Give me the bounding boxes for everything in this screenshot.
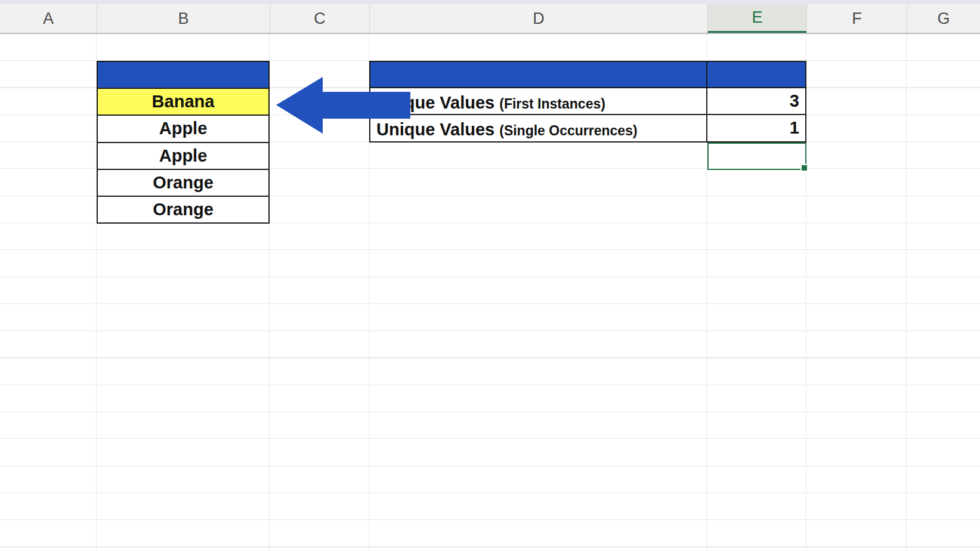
column-header-b[interactable]: B [97, 4, 270, 33]
summary-label-note: (Single Occurrences) [499, 123, 637, 139]
cell-text: Apple [159, 146, 208, 166]
summary-header-cell-e[interactable] [707, 62, 805, 88]
fruit-list-header-cell[interactable] [98, 62, 268, 89]
fill-handle[interactable] [800, 164, 808, 172]
cell-unique-values-single-occurrences[interactable]: Unique Values (Single Occurrences) [370, 115, 707, 141]
left-arrow-shape[interactable] [272, 75, 413, 137]
cell-text: Banana [152, 92, 215, 112]
cell-unique-values-first-instances[interactable]: Unique Values (First Instances) [370, 88, 707, 114]
left-arrow-icon [272, 75, 413, 137]
cell-text: Orange [153, 200, 214, 219]
summary-header-cell-d[interactable] [370, 62, 707, 88]
column-header-a[interactable]: A [0, 4, 97, 33]
cell-value-3[interactable]: 3 [707, 88, 805, 114]
column-header-d[interactable]: D [369, 4, 707, 33]
cell-value-1[interactable]: 1 [707, 115, 805, 141]
cell-orange-2[interactable]: Orange [98, 197, 268, 222]
summary-value: 3 [790, 91, 799, 111]
column-header-band: A B C D E F G [0, 4, 980, 34]
column-header-f[interactable]: F [806, 4, 907, 33]
summary-table: Unique Values (First Instances) 3 Unique… [369, 61, 806, 143]
summary-value: 1 [790, 118, 799, 138]
selected-cell-e5[interactable] [707, 143, 806, 170]
cell-banana-highlighted[interactable]: Banana [98, 89, 268, 116]
summary-label-note: (First Instances) [499, 96, 605, 112]
cell-apple-2[interactable]: Apple [98, 143, 268, 170]
window-top-strip [0, 0, 980, 4]
column-header-c[interactable]: C [270, 4, 369, 33]
cell-text: Orange [153, 173, 214, 193]
cell-apple-1[interactable]: Apple [98, 116, 268, 143]
column-header-e-selected[interactable]: E [707, 4, 806, 33]
column-header-g[interactable]: G [907, 4, 980, 33]
cell-orange-1[interactable]: Orange [98, 170, 268, 197]
cell-text: Apple [159, 119, 208, 138]
fruit-list-table: Banana Apple Apple Orange Orange [97, 61, 270, 224]
gridline [906, 34, 907, 551]
